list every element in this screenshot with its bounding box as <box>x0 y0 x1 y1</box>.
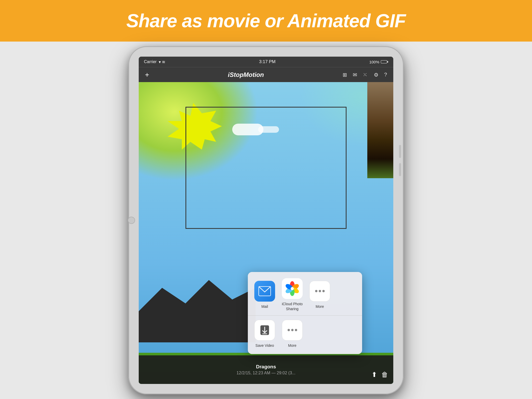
video-info-bar: Dragons 12/2/15, 12:23 AM — 29:02 (3... … <box>139 355 393 384</box>
cart-icon[interactable]: ⛌ <box>363 72 368 78</box>
mail-label: Mail <box>261 304 268 309</box>
thumbnail-right <box>367 82 393 178</box>
gear-icon[interactable]: ⚙ <box>374 72 378 78</box>
more-bottom-label: More <box>288 343 296 348</box>
volume-down-button[interactable] <box>399 163 401 176</box>
share-row-bottom: Save Video More <box>248 316 362 354</box>
share-sheet: Mail <box>248 272 362 354</box>
battery-icon <box>381 60 388 63</box>
main-content: Dragons 12/2/15, 12:23 AM — 29:02 (3... … <box>139 82 393 384</box>
add-button[interactable]: + <box>145 71 149 79</box>
app-title: iStopMotion <box>228 71 264 78</box>
share-item-photos[interactable]: iCloud PhotoSharing <box>281 278 304 311</box>
save-video-icon <box>254 320 275 341</box>
banner-title: Share as movie or Animated GIF <box>126 10 406 31</box>
action-item-more[interactable]: More <box>281 320 304 348</box>
dots-more-bottom-icon <box>288 329 297 331</box>
more-top-icon <box>309 281 330 302</box>
nav-icons: ⊞ ✉ ⛌ ⚙ ? <box>343 72 387 78</box>
status-bar: Carrier ▾ ≋ 3:17 PM 100% <box>139 57 393 67</box>
share-item-more-top[interactable]: More <box>308 281 331 309</box>
svg-point-7 <box>291 287 294 290</box>
more-top-label: More <box>316 304 324 309</box>
share-item-mail[interactable]: Mail <box>253 281 276 309</box>
promo-banner: Share as movie or Animated GIF <box>0 0 532 42</box>
mail-icon[interactable]: ✉ <box>353 72 357 78</box>
battery-pct-label: 100% <box>369 60 379 64</box>
status-right: 100% <box>369 60 388 64</box>
dots-more-icon <box>315 290 325 292</box>
info-actions: ⬆ 🗑 <box>371 371 388 379</box>
mail-share-icon <box>254 281 275 302</box>
video-frame-border <box>185 107 347 229</box>
photos-share-icon <box>282 278 303 299</box>
home-button[interactable] <box>128 217 135 224</box>
status-left: Carrier ▾ ≋ <box>144 59 165 64</box>
video-subtitle: 12/2/15, 12:23 AM — 29:02 (3... <box>237 371 296 375</box>
nav-bar: + iStopMotion ⊞ ✉ ⛌ ⚙ ? <box>139 67 393 82</box>
thumbnail-image <box>367 82 393 178</box>
background-area: Carrier ▾ ≋ 3:17 PM 100% + iStopMotion ⊞ <box>0 42 532 399</box>
grid-icon[interactable]: ⊞ <box>343 72 347 78</box>
save-video-label: Save Video <box>255 343 274 348</box>
help-icon[interactable]: ? <box>384 72 387 78</box>
share-button[interactable]: ⬆ <box>371 371 377 379</box>
wifi-icon: ▾ ≋ <box>159 59 165 64</box>
photos-label: iCloud PhotoSharing <box>282 302 303 311</box>
share-row-top: Mail <box>248 272 362 315</box>
status-time: 3:17 PM <box>259 59 275 64</box>
video-title: Dragons <box>256 364 276 370</box>
delete-button[interactable]: 🗑 <box>381 371 388 379</box>
ipad-screen: Carrier ▾ ≋ 3:17 PM 100% + iStopMotion ⊞ <box>139 57 393 384</box>
volume-up-button[interactable] <box>399 145 401 158</box>
action-item-save[interactable]: Save Video <box>253 320 276 348</box>
carrier-label: Carrier <box>144 59 157 64</box>
ipad-frame: Carrier ▾ ≋ 3:17 PM 100% + iStopMotion ⊞ <box>128 46 404 394</box>
more-bottom-icon <box>282 320 303 341</box>
